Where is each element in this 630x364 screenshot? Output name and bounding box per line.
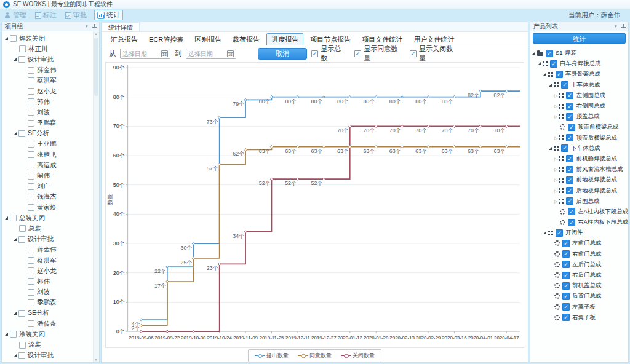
checkbox-icon[interactable] <box>28 194 34 200</box>
tree-item[interactable]: 张腾飞 <box>2 149 99 160</box>
expander-collapsed-icon[interactable]: ▷ <box>554 167 557 172</box>
checkbox-checked-icon[interactable]: ✓ <box>562 282 570 290</box>
checkbox-checked-icon[interactable]: ✓ <box>562 272 570 279</box>
checkbox-checked-icon[interactable]: ✓ <box>566 113 573 121</box>
tree-item[interactable]: ▷✓前地板焊接总成 <box>530 175 628 185</box>
checkbox-icon[interactable] <box>28 141 34 148</box>
checkbox-checked-icon[interactable]: ✓ <box>550 60 557 68</box>
tab-汇总报告[interactable]: 汇总报告 <box>106 34 142 46</box>
tree-item[interactable]: 设计审批 <box>2 350 99 361</box>
checkbox-checked-icon[interactable]: ✓ <box>562 261 570 268</box>
pin-icon[interactable] <box>92 23 97 30</box>
checkbox-checked-icon[interactable]: ✓ <box>562 303 570 311</box>
tree-item[interactable]: ✓后背门总成 <box>530 291 628 301</box>
tree-item[interactable]: 郭伟 <box>2 276 99 287</box>
pin-icon[interactable] <box>621 23 626 30</box>
chevron-down-icon[interactable] <box>614 24 619 29</box>
tree-item[interactable]: 赵小龙 <box>2 86 99 97</box>
toolbar-button-stats[interactable]: 统计 <box>94 10 123 20</box>
checkbox-checked-icon[interactable]: ✓ <box>561 144 568 152</box>
checkbox-icon[interactable] <box>28 299 34 306</box>
checkbox-checked-icon[interactable]: ✓ <box>568 208 575 215</box>
checkbox-icon[interactable] <box>28 257 34 264</box>
checkbox-icon[interactable] <box>18 236 25 243</box>
expander-expanded-icon[interactable] <box>14 132 17 135</box>
expander-expanded-icon[interactable] <box>14 354 17 357</box>
cancel-button[interactable]: 取消 <box>258 48 308 60</box>
tree-item[interactable]: 刘波 <box>2 107 99 117</box>
checkbox-icon[interactable] <box>10 215 17 221</box>
checkbox-icon[interactable] <box>19 46 26 52</box>
tree-item[interactable]: 季鹏森 <box>2 298 99 308</box>
tree-item[interactable]: 黄家焕 <box>2 202 99 213</box>
tree-item[interactable]: ✓开闭件 <box>530 228 628 238</box>
checkbox-icon[interactable] <box>18 130 25 137</box>
expander-collapsed-icon[interactable]: ▷ <box>554 93 557 98</box>
tree-item[interactable]: ✓左翼子板 <box>530 302 628 312</box>
tree-item[interactable]: ✓顶盖前横梁总成 <box>530 122 628 132</box>
expander-expanded-icon[interactable] <box>543 231 546 234</box>
tree-item[interactable]: ▷✓右侧围总成 <box>530 101 628 111</box>
date-to-input[interactable] <box>188 50 226 57</box>
tree-item[interactable]: 郭伟 <box>2 97 99 107</box>
checkbox-checked-icon[interactable]: ✓ <box>556 71 563 78</box>
expander-expanded-icon[interactable] <box>543 73 546 76</box>
dock-tab-statistics-detail[interactable]: 统计详情 <box>102 22 140 31</box>
checkbox-checked-icon[interactable]: ✓ <box>566 134 573 141</box>
statistics-button[interactable]: 统计 <box>533 33 626 44</box>
checkbox-icon[interactable] <box>18 352 25 359</box>
tree-item[interactable]: ✓右前门总成 <box>530 249 628 259</box>
expander-collapsed-icon[interactable]: ▷ <box>554 199 557 204</box>
tree-item[interactable]: 薛金伟 <box>2 65 99 76</box>
checkbox-checked-icon[interactable]: ✓ <box>566 176 573 184</box>
scrollbar-thumb[interactable] <box>94 38 98 96</box>
date-from-input[interactable] <box>122 50 160 57</box>
tree-item[interactable]: ✓下车体总成 <box>530 143 628 154</box>
tree-item[interactable]: ✓左前门总成 <box>530 238 628 248</box>
expander-collapsed-icon[interactable]: ▷ <box>554 114 557 119</box>
tree-item[interactable]: 刘波 <box>2 287 99 298</box>
tree-item[interactable]: 设计审批 <box>2 234 99 245</box>
checkbox-icon[interactable] <box>28 88 34 95</box>
tree-item[interactable]: 潘传奇 <box>2 318 99 329</box>
expander-expanded-icon[interactable] <box>14 312 17 315</box>
tab-ECR管控表[interactable]: ECR管控表 <box>145 34 188 46</box>
expander-collapsed-icon[interactable]: ▷ <box>554 178 557 182</box>
date-to-field[interactable]: 15 <box>186 49 236 59</box>
checkbox-icon[interactable] <box>28 204 34 211</box>
tree-item[interactable]: 涂装 <box>2 339 99 350</box>
left-tree-scrollbar[interactable] <box>93 31 99 362</box>
expander-collapsed-icon[interactable]: ▷ <box>554 104 557 108</box>
display-option[interactable]: ✓显示同意数量 <box>354 44 400 63</box>
checkbox-icon[interactable] <box>28 109 34 116</box>
checkbox-checked-icon[interactable]: ✓ <box>562 293 570 300</box>
checkbox-icon[interactable] <box>28 162 34 168</box>
expander-expanded-icon[interactable] <box>538 62 541 65</box>
display-option[interactable]: ✓显示总数 <box>311 44 345 63</box>
expander-collapsed-icon[interactable]: ▷ <box>554 136 557 140</box>
checkbox-icon[interactable] <box>28 151 34 158</box>
tree-item[interactable]: ✓上车体总成 <box>530 80 628 90</box>
expander-expanded-icon[interactable] <box>532 52 535 55</box>
expander-collapsed-icon[interactable]: ▷ <box>554 189 557 193</box>
tree-item[interactable]: 总装 <box>2 223 99 234</box>
checkbox-checked-icon[interactable]: ✓ <box>410 50 417 57</box>
calendar-icon[interactable]: 15 <box>161 50 168 57</box>
checkbox-checked-icon[interactable]: ✓ <box>562 240 570 247</box>
checkbox-icon[interactable] <box>28 278 34 285</box>
chevron-down-icon[interactable] <box>85 24 90 29</box>
checkbox-checked-icon[interactable]: ✓ <box>561 81 568 89</box>
checkbox-icon[interactable] <box>28 289 34 296</box>
checkbox-checked-icon[interactable]: ✓ <box>566 187 573 194</box>
tree-item[interactable]: ▷✓顶盖总成 <box>530 111 628 122</box>
expander-expanded-icon[interactable] <box>549 84 552 87</box>
checkbox-checked-icon[interactable]: ✓ <box>566 197 573 205</box>
tree-item[interactable]: ▷✓顶盖后横梁总成 <box>530 133 628 143</box>
tree-item[interactable]: 薛金伟 <box>2 245 99 255</box>
tree-item[interactable]: 高运成 <box>2 160 99 170</box>
toolbar-button-manage[interactable]: 管理 <box>4 10 26 20</box>
checkbox-icon[interactable] <box>10 35 17 42</box>
tree-item[interactable]: 林正川 <box>2 44 99 54</box>
tree-item[interactable]: ✓右翼子板 <box>530 312 628 323</box>
tree-item[interactable]: 焊装关闭 <box>2 33 99 44</box>
